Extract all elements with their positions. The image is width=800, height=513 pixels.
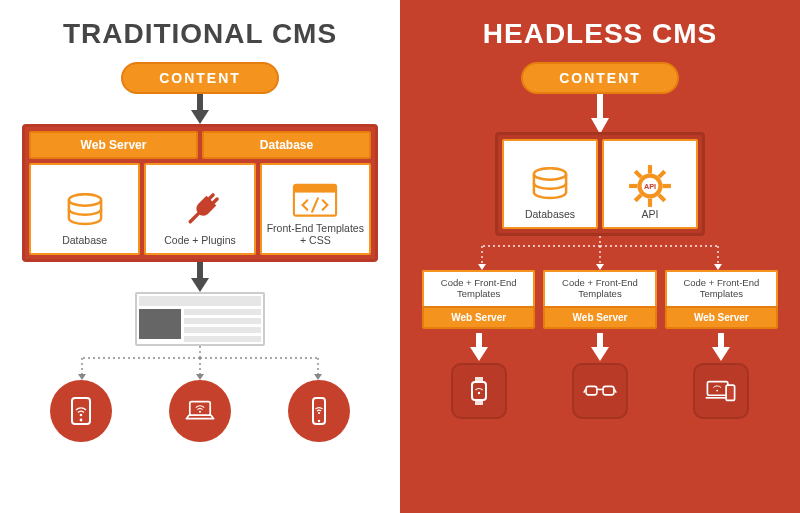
svg-point-9: [199, 411, 201, 413]
arrow-down-icon: [187, 262, 213, 292]
svg-rect-27: [475, 400, 483, 405]
dotted-connector-icon: [22, 346, 378, 380]
device-laptop-icon: [169, 380, 231, 442]
svg-point-11: [317, 420, 319, 422]
card-code-plugins: Code + Plugins: [144, 163, 255, 255]
headless-content-pill: CONTENT: [521, 62, 679, 94]
device-multi-icon: [693, 363, 749, 419]
fe-block-3: Code + Front-End Templates Web Server: [665, 270, 778, 329]
traditional-panel: TRADITIONAL CMS CONTENT Web Server Datab…: [0, 0, 400, 513]
arrow-down-icon: [587, 94, 613, 134]
server-tabs: Web Server Database: [29, 131, 371, 159]
browser-mock-icon: [135, 292, 265, 346]
traditional-content-pill: CONTENT: [121, 62, 279, 94]
arrow-down-icon: [466, 333, 492, 363]
svg-rect-32: [726, 385, 735, 400]
device-tablet-icon: [50, 380, 112, 442]
database-icon: [62, 194, 108, 230]
card-frontend: Front-End Templates + CSS: [260, 163, 371, 255]
card-database-label: Database: [62, 234, 107, 247]
card-databases: Databases: [502, 139, 598, 229]
plug-icon: [177, 194, 223, 230]
diagram-stage: TRADITIONAL CMS CONTENT Web Server Datab…: [0, 0, 800, 513]
arrow-down-icon: [587, 333, 613, 363]
device-watch-icon: [451, 363, 507, 419]
fe-top-label: Code + Front-End Templates: [422, 270, 535, 306]
fe-bottom-label: Web Server: [665, 306, 778, 329]
card-database: Database: [29, 163, 140, 255]
svg-point-33: [717, 389, 719, 391]
code-icon: [292, 182, 338, 218]
svg-rect-18: [663, 184, 671, 188]
card-code-label: Code + Plugins: [164, 234, 236, 247]
svg-text:API: API: [644, 183, 656, 192]
fe-block-1: Code + Front-End Templates Web Server: [422, 270, 535, 329]
svg-rect-30: [603, 386, 614, 395]
fe-block-2: Code + Front-End Templates Web Server: [543, 270, 656, 329]
svg-rect-15: [648, 165, 652, 173]
fe-bottom-label: Web Server: [422, 306, 535, 329]
tab-web-server: Web Server: [29, 131, 198, 159]
traditional-title: TRADITIONAL CMS: [63, 18, 337, 50]
svg-point-28: [477, 392, 479, 394]
svg-rect-29: [586, 386, 597, 395]
svg-rect-16: [648, 199, 652, 207]
gear-api-icon: API: [627, 168, 673, 204]
svg-point-12: [318, 412, 320, 414]
fe-top-label: Code + Front-End Templates: [543, 270, 656, 306]
device-phone-icon: [288, 380, 350, 442]
card-databases-label: Databases: [525, 208, 575, 221]
svg-rect-31: [708, 381, 728, 395]
headless-panel: HEADLESS CMS CONTENT Databases: [400, 0, 800, 513]
card-api: API API: [602, 139, 698, 229]
tab-database: Database: [202, 131, 371, 159]
dotted-connector-icon: [422, 236, 778, 270]
svg-point-0: [69, 194, 101, 205]
traditional-server-block: Web Server Database Database Code + Plug…: [22, 124, 378, 262]
svg-rect-26: [475, 377, 483, 382]
svg-point-13: [534, 168, 566, 179]
headless-title: HEADLESS CMS: [483, 18, 717, 50]
svg-point-6: [80, 419, 83, 422]
card-api-label: API: [642, 208, 659, 221]
device-glasses-icon: [572, 363, 628, 419]
arrow-down-icon: [187, 94, 213, 124]
arrow-down-icon: [708, 333, 734, 363]
fe-bottom-label: Web Server: [543, 306, 656, 329]
svg-rect-25: [472, 382, 486, 400]
headless-api-block: Databases API API: [495, 132, 705, 236]
card-frontend-label: Front-End Templates + CSS: [266, 222, 365, 247]
svg-rect-17: [629, 184, 637, 188]
fe-top-label: Code + Front-End Templates: [665, 270, 778, 306]
database-icon: [527, 168, 573, 204]
svg-rect-4: [294, 184, 336, 192]
svg-point-7: [80, 414, 83, 417]
